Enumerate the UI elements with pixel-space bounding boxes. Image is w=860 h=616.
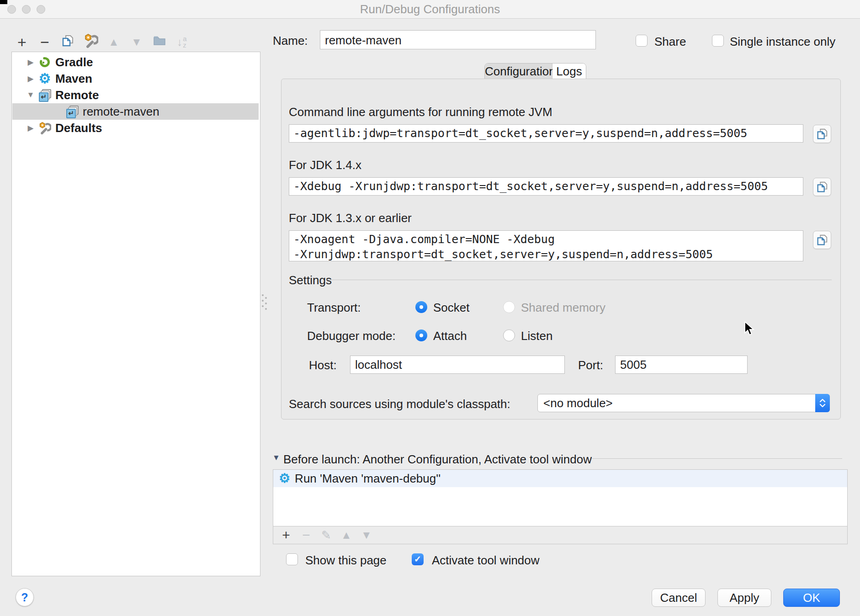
ok-button[interactable]: OK — [783, 589, 840, 607]
cmdline-input[interactable]: -agentlib:jdwp=transport=dt_socket,serve… — [289, 124, 803, 143]
arrow-down-icon: ▼ — [361, 528, 372, 542]
cmdline-label: Command line arguments for running remot… — [289, 105, 552, 119]
remove-configuration-button[interactable]: − — [37, 34, 53, 50]
tab-configuration[interactable]: Configuration — [485, 64, 552, 80]
tree-item-gradle[interactable]: ▶ Gradle — [12, 54, 259, 70]
copy-icon — [816, 234, 828, 246]
remote-icon: ↵ — [38, 89, 51, 101]
maven-icon: ⚙ — [38, 72, 51, 85]
name-label: Name: — [273, 34, 308, 48]
tree-item-label: Gradle — [55, 55, 93, 69]
copy-icon — [816, 181, 828, 193]
gradle-icon — [38, 56, 51, 69]
attach-label: Attach — [433, 329, 467, 343]
transport-label: Transport: — [307, 301, 361, 315]
jdk13-input[interactable]: -Xnoagent -Djava.compiler=NONE -Xdebug -… — [289, 230, 803, 261]
before-launch-toolbar: + − ✎ ▲ ▼ — [273, 526, 848, 544]
before-launch-move-up-button[interactable]: ▲ — [336, 527, 356, 543]
jdk14-input[interactable]: -Xdebug -Xrunjdwp:transport=dt_socket,se… — [289, 177, 803, 196]
sort-alphabetically-button[interactable]: ↓ az — [174, 34, 190, 50]
before-launch-item-label: Run 'Maven 'maven-debug'' — [295, 472, 441, 486]
before-launch-edit-button[interactable]: ✎ — [316, 527, 336, 543]
name-input[interactable]: remote-maven — [320, 30, 596, 49]
single-instance-checkbox[interactable] — [712, 35, 724, 47]
activate-tool-window-label: Activate tool window — [432, 553, 540, 568]
tab-logs[interactable]: Logs — [552, 64, 586, 80]
port-input[interactable]: 5005 — [615, 356, 748, 374]
remote-icon: ↵ — [66, 105, 79, 118]
settings-label: Settings — [289, 273, 332, 287]
activate-tool-window-checkbox[interactable]: ✓ — [412, 553, 424, 565]
show-this-page-checkbox[interactable] — [286, 553, 298, 565]
module-classpath-value: <no module> — [543, 396, 613, 410]
configurations-tree: ▶ Gradle ▶ ⚙ Maven ▼ ↵ Remote — [11, 52, 260, 576]
before-launch-collapse-icon[interactable]: ▼ — [272, 453, 280, 462]
cancel-button[interactable]: Cancel — [652, 589, 706, 607]
chevron-right-icon[interactable]: ▶ — [27, 123, 35, 133]
jdk13-line2: -Xrunjdwp:transport=dt_socket,server=y,s… — [293, 247, 803, 261]
sort-az-icon: ↓ az — [177, 36, 186, 48]
help-button[interactable]: ? — [16, 588, 34, 606]
debugger-mode-label: Debugger mode: — [307, 329, 396, 343]
add-configuration-button[interactable]: + — [14, 34, 30, 50]
dropdown-chevrons-icon — [815, 394, 830, 412]
transport-shared-memory-radio[interactable] — [503, 301, 515, 313]
single-instance-label: Single instance only — [730, 35, 835, 49]
before-launch-move-down-button[interactable]: ▼ — [356, 527, 377, 543]
chevron-down-icon[interactable]: ▼ — [27, 90, 35, 100]
apply-button[interactable]: Apply — [717, 589, 771, 607]
copy-icon — [816, 127, 828, 140]
window-title: Run/Debug Configurations — [0, 0, 860, 18]
edit-defaults-button[interactable] — [83, 34, 99, 50]
host-label: Host: — [309, 358, 337, 372]
plus-icon: + — [17, 35, 27, 49]
move-up-button[interactable]: ▲ — [106, 34, 122, 50]
share-label: Share — [654, 35, 686, 49]
debugger-attach-radio[interactable] — [415, 329, 427, 341]
jdk13-line1: -Xnoagent -Djava.compiler=NONE -Xdebug — [293, 232, 803, 247]
tree-item-remote-maven-selected[interactable]: ↵ remote-maven — [12, 103, 259, 120]
tab-bar: Configuration Logs — [484, 63, 586, 80]
minus-icon: − — [40, 36, 49, 48]
chevron-right-icon[interactable]: ▶ — [27, 58, 35, 67]
folder-icon — [153, 34, 166, 51]
new-folder-button[interactable] — [151, 34, 168, 50]
share-checkbox[interactable] — [636, 35, 648, 47]
socket-label: Socket — [433, 301, 470, 315]
before-launch-list: ⚙ Run 'Maven 'maven-debug'' — [273, 469, 848, 526]
transport-socket-radio[interactable] — [415, 301, 427, 313]
before-launch-item[interactable]: ⚙ Run 'Maven 'maven-debug'' — [273, 470, 847, 487]
copy-cmdline-button[interactable] — [813, 125, 831, 143]
before-launch-title[interactable]: Before launch: Another Configuration, Ac… — [283, 452, 592, 467]
module-classpath-select[interactable]: <no module> — [537, 394, 830, 412]
tree-item-maven[interactable]: ▶ ⚙ Maven — [12, 70, 259, 87]
port-label: Port: — [578, 358, 603, 372]
jdk13-label: For JDK 1.3.x or earlier — [289, 211, 412, 225]
arrow-down-icon: ▼ — [131, 35, 142, 49]
before-launch-remove-button[interactable]: − — [296, 527, 316, 543]
copy-configuration-button[interactable] — [59, 34, 76, 50]
tree-item-label: Maven — [55, 72, 92, 86]
defaults-wrench-icon — [38, 122, 51, 134]
host-input[interactable]: localhost — [350, 356, 565, 374]
copy-jdk14-button[interactable] — [813, 178, 831, 196]
minus-icon: − — [302, 529, 310, 542]
before-launch-add-button[interactable]: + — [276, 527, 296, 543]
tree-item-remote[interactable]: ▼ ↵ Remote — [12, 87, 259, 103]
tree-item-label: remote-maven — [83, 105, 159, 119]
copy-jdk13-button[interactable] — [813, 231, 831, 249]
jdk14-label: For JDK 1.4.x — [289, 158, 361, 172]
debugger-listen-radio[interactable] — [503, 329, 515, 341]
chevron-right-icon[interactable]: ▶ — [27, 74, 35, 84]
move-down-button[interactable]: ▼ — [128, 34, 145, 50]
tree-item-defaults[interactable]: ▶ Defaults — [12, 120, 259, 136]
question-icon: ? — [21, 591, 28, 604]
maven-gear-icon: ⚙ — [279, 472, 290, 485]
check-icon: ✓ — [414, 554, 421, 564]
tree-item-label: Defaults — [55, 121, 102, 135]
wrench-icon — [84, 33, 98, 51]
splitter-handle[interactable] — [261, 294, 268, 313]
listen-label: Listen — [521, 329, 552, 343]
copy-icon — [61, 34, 74, 51]
tree-item-label: Remote — [55, 88, 99, 102]
